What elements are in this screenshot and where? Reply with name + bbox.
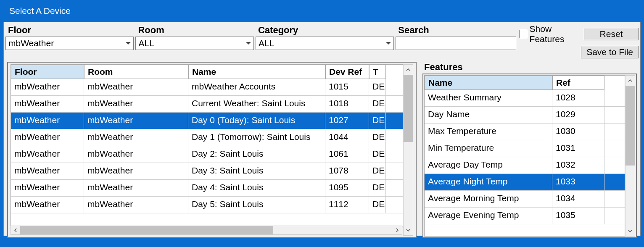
content-panel: Floor mbWeather Room ALL Category ALL Se…	[3, 22, 641, 236]
table-row[interactable]: Average Day Temp1032	[425, 157, 625, 174]
filter-floor: Floor mbWeather	[5, 24, 134, 58]
scroll-down-icon[interactable]	[626, 226, 635, 236]
cell-devref: 1018	[325, 96, 369, 112]
scroll-left-icon[interactable]	[11, 226, 20, 235]
search-input[interactable]	[396, 37, 516, 50]
cell-devref: 1078	[325, 163, 369, 179]
room-dropdown-value: ALL	[138, 38, 154, 48]
cell-feature-name: Weather Summary	[425, 90, 552, 106]
table-row[interactable]: mbWeathermbWeatherDay 3: Saint Louis1078…	[11, 163, 403, 180]
scroll-down-icon[interactable]	[404, 225, 413, 235]
table-row[interactable]: mbWeathermbWeatherDay 4: Saint Louis1095…	[11, 180, 403, 197]
table-row[interactable]: mbWeathermbWeatherCurrent Weather: Saint…	[11, 96, 403, 113]
cell-name: Day 3: Saint Louis	[188, 163, 325, 179]
cell-room: mbWeather	[84, 180, 188, 196]
filter-bar: Floor mbWeather Room ALL Category ALL Se…	[4, 22, 640, 58]
cell-t: DE	[369, 113, 386, 129]
cell-devref: 1112	[325, 197, 369, 213]
cell-floor: mbWeather	[11, 180, 84, 196]
filter-search: Search	[396, 24, 516, 58]
cell-room: mbWeather	[84, 163, 188, 179]
table-row[interactable]: Weather Summary1028	[425, 90, 625, 107]
header-feature-ref[interactable]: Ref	[552, 76, 604, 90]
scroll-up-icon[interactable]	[404, 65, 413, 75]
devices-vscrollbar[interactable]	[403, 64, 413, 236]
cell-floor: mbWeather	[11, 163, 84, 179]
cell-t: DE	[369, 163, 386, 179]
cell-room: mbWeather	[84, 113, 188, 129]
filter-category: Category ALL	[256, 24, 394, 58]
features-vscrollbar[interactable]	[625, 75, 635, 236]
save-to-file-button[interactable]: Save to File	[581, 46, 639, 58]
cell-t: DE	[369, 180, 386, 196]
room-dropdown[interactable]: ALL	[135, 37, 254, 50]
table-row[interactable]: Average Morning Temp1034	[425, 191, 625, 208]
table-row[interactable]: mbWeathermbWeatherDay 2: Saint Louis1061…	[11, 146, 403, 163]
devices-grid-header: Floor Room Name Dev Ref T	[11, 65, 403, 79]
cell-floor: mbWeather	[11, 96, 84, 112]
header-floor[interactable]: Floor	[11, 65, 84, 79]
cell-t: DE	[369, 79, 386, 95]
header-feature-name[interactable]: Name	[425, 76, 552, 90]
floor-dropdown[interactable]: mbWeather	[5, 37, 134, 50]
cell-name: Day 1 (Tomorrow): Saint Louis	[188, 129, 325, 146]
floor-dropdown-value: mbWeather	[8, 38, 54, 48]
cell-room: mbWeather	[84, 96, 188, 112]
cell-feature-name: Average Evening Temp	[425, 208, 552, 224]
table-row[interactable]: Min Temperature1031	[425, 140, 625, 157]
cell-feature-ref: 1031	[552, 140, 604, 157]
filter-room: Room ALL	[135, 24, 254, 58]
table-row[interactable]: mbWeathermbWeathermbWeather Accounts1015…	[11, 79, 403, 96]
cell-room: mbWeather	[84, 197, 188, 213]
table-row[interactable]: Average Evening Temp1035	[425, 208, 625, 224]
scrollbar-thumb[interactable]	[20, 226, 273, 234]
cell-floor: mbWeather	[11, 129, 84, 146]
cell-feature-ref: 1033	[552, 174, 604, 190]
category-dropdown-value: ALL	[259, 38, 274, 48]
cell-t: DE	[369, 197, 386, 213]
cell-floor: mbWeather	[11, 79, 84, 95]
cell-t: DE	[369, 96, 386, 112]
cell-floor: mbWeather	[11, 146, 84, 163]
show-features-checkbox[interactable]: Show Features	[520, 24, 580, 44]
header-devref[interactable]: Dev Ref	[325, 65, 369, 79]
cell-floor: mbWeather	[11, 113, 84, 129]
category-dropdown[interactable]: ALL	[256, 37, 394, 50]
devices-grid[interactable]: Floor Room Name Dev Ref T mbWeathermbWea…	[11, 64, 403, 226]
cell-name: Day 2: Saint Louis	[188, 146, 325, 163]
scroll-right-icon[interactable]	[393, 226, 402, 235]
cell-feature-name: Day Name	[425, 107, 552, 123]
scroll-up-icon[interactable]	[626, 76, 635, 86]
chevron-down-icon	[246, 42, 251, 45]
filter-search-label: Search	[396, 24, 516, 37]
features-grid[interactable]: Name Ref Weather Summary1028Day Name1029…	[424, 75, 625, 236]
table-row[interactable]: mbWeathermbWeatherDay 0 (Today): Saint L…	[11, 113, 403, 129]
cell-feature-ref: 1029	[552, 107, 604, 123]
header-name[interactable]: Name	[188, 65, 325, 79]
filter-room-label: Room	[135, 24, 254, 37]
header-t[interactable]: T	[369, 65, 386, 79]
cell-feature-name: Average Morning Temp	[425, 191, 552, 207]
cell-t: DE	[369, 146, 386, 163]
scrollbar-thumb[interactable]	[626, 86, 635, 166]
window-title: Select A Device	[3, 3, 641, 22]
table-row[interactable]: Average Night Temp1033	[425, 174, 625, 191]
cell-room: mbWeather	[84, 129, 188, 146]
table-row[interactable]: mbWeathermbWeatherDay 5: Saint Louis1112…	[11, 197, 403, 213]
reset-button[interactable]: Reset	[584, 28, 639, 40]
cell-floor: mbWeather	[11, 197, 84, 213]
devices-panel: Floor Room Name Dev Ref T mbWeathermbWea…	[7, 62, 417, 238]
cell-name: mbWeather Accounts	[188, 79, 325, 95]
cell-feature-ref: 1034	[552, 191, 604, 207]
table-row[interactable]: Day Name1029	[425, 107, 625, 124]
table-row[interactable]: mbWeathermbWeatherDay 1 (Tomorrow): Sain…	[11, 129, 403, 146]
header-room[interactable]: Room	[84, 65, 188, 79]
cell-devref: 1095	[325, 180, 369, 196]
cell-feature-name: Min Temperature	[425, 140, 552, 157]
filter-floor-label: Floor	[5, 24, 134, 37]
devices-hscrollbar[interactable]	[11, 226, 402, 235]
scrollbar-thumb[interactable]	[404, 75, 413, 142]
checkbox-icon	[520, 30, 527, 38]
table-row[interactable]: Max Temperature1030	[425, 124, 625, 140]
cell-name: Day 5: Saint Louis	[188, 197, 325, 213]
